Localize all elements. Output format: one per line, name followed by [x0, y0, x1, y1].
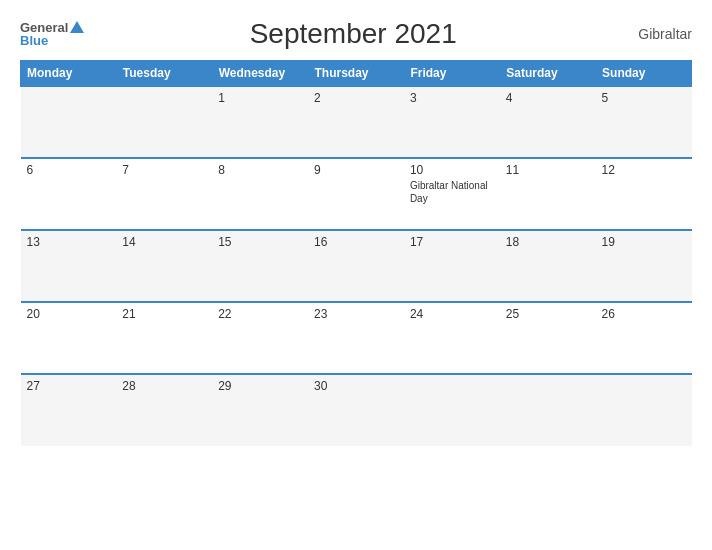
table-row: 3	[404, 86, 500, 158]
day-number: 30	[314, 379, 398, 393]
col-friday: Friday	[404, 61, 500, 87]
table-row	[21, 86, 117, 158]
logo-triangle-icon	[70, 21, 84, 33]
table-row: 25	[500, 302, 596, 374]
day-number: 21	[122, 307, 206, 321]
header: General Blue September 2021 Gibraltar	[20, 18, 692, 50]
calendar-event: Gibraltar National Day	[410, 179, 494, 205]
table-row: 19	[596, 230, 692, 302]
calendar-header-row: Monday Tuesday Wednesday Thursday Friday…	[21, 61, 692, 87]
table-row: 22	[212, 302, 308, 374]
day-number: 3	[410, 91, 494, 105]
calendar-week-row: 13141516171819	[21, 230, 692, 302]
table-row: 27	[21, 374, 117, 446]
table-row	[116, 86, 212, 158]
table-row: 7	[116, 158, 212, 230]
calendar-week-row: 20212223242526	[21, 302, 692, 374]
table-row: 6	[21, 158, 117, 230]
table-row: 17	[404, 230, 500, 302]
day-number: 11	[506, 163, 590, 177]
day-number: 1	[218, 91, 302, 105]
day-number: 2	[314, 91, 398, 105]
day-number: 20	[27, 307, 111, 321]
table-row: 1	[212, 86, 308, 158]
day-number: 4	[506, 91, 590, 105]
table-row: 16	[308, 230, 404, 302]
table-row: 8	[212, 158, 308, 230]
day-number: 15	[218, 235, 302, 249]
day-number: 12	[602, 163, 686, 177]
table-row: 2	[308, 86, 404, 158]
table-row: 24	[404, 302, 500, 374]
table-row	[404, 374, 500, 446]
day-number: 28	[122, 379, 206, 393]
table-row	[500, 374, 596, 446]
logo-blue-text: Blue	[20, 34, 84, 47]
day-number: 25	[506, 307, 590, 321]
table-row: 4	[500, 86, 596, 158]
table-row: 15	[212, 230, 308, 302]
day-number: 19	[602, 235, 686, 249]
day-number: 8	[218, 163, 302, 177]
col-tuesday: Tuesday	[116, 61, 212, 87]
calendar-week-row: 12345	[21, 86, 692, 158]
day-number: 23	[314, 307, 398, 321]
table-row: 23	[308, 302, 404, 374]
table-row: 26	[596, 302, 692, 374]
col-thursday: Thursday	[308, 61, 404, 87]
col-sunday: Sunday	[596, 61, 692, 87]
table-row: 11	[500, 158, 596, 230]
table-row: 10Gibraltar National Day	[404, 158, 500, 230]
table-row: 18	[500, 230, 596, 302]
day-number: 29	[218, 379, 302, 393]
day-number: 7	[122, 163, 206, 177]
day-number: 17	[410, 235, 494, 249]
day-number: 14	[122, 235, 206, 249]
table-row: 21	[116, 302, 212, 374]
table-row: 14	[116, 230, 212, 302]
table-row: 5	[596, 86, 692, 158]
day-number: 18	[506, 235, 590, 249]
calendar-title: September 2021	[84, 18, 622, 50]
logo: General Blue	[20, 21, 84, 47]
table-row	[596, 374, 692, 446]
day-number: 27	[27, 379, 111, 393]
day-number: 22	[218, 307, 302, 321]
day-number: 6	[27, 163, 111, 177]
country-name: Gibraltar	[622, 26, 692, 42]
table-row: 13	[21, 230, 117, 302]
calendar-week-row: 678910Gibraltar National Day1112	[21, 158, 692, 230]
day-number: 16	[314, 235, 398, 249]
table-row: 20	[21, 302, 117, 374]
table-row: 30	[308, 374, 404, 446]
day-number: 10	[410, 163, 494, 177]
calendar-table: Monday Tuesday Wednesday Thursday Friday…	[20, 60, 692, 446]
col-monday: Monday	[21, 61, 117, 87]
table-row: 12	[596, 158, 692, 230]
day-number: 26	[602, 307, 686, 321]
table-row: 29	[212, 374, 308, 446]
table-row: 28	[116, 374, 212, 446]
day-number: 9	[314, 163, 398, 177]
day-number: 5	[602, 91, 686, 105]
table-row: 9	[308, 158, 404, 230]
day-number: 13	[27, 235, 111, 249]
calendar-page: General Blue September 2021 Gibraltar Mo…	[0, 0, 712, 550]
calendar-week-row: 27282930	[21, 374, 692, 446]
col-wednesday: Wednesday	[212, 61, 308, 87]
day-number: 24	[410, 307, 494, 321]
col-saturday: Saturday	[500, 61, 596, 87]
